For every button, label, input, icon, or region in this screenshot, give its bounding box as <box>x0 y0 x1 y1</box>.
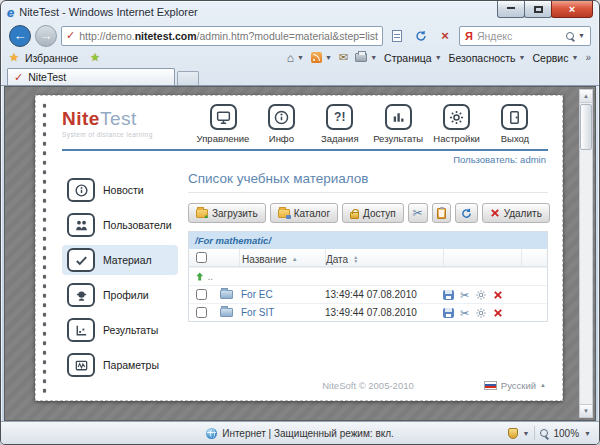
cut-icon[interactable]: ✂ <box>460 307 469 319</box>
material-link[interactable]: For SIT <box>241 307 274 318</box>
print-dropdown-icon: ▼ <box>370 54 377 61</box>
print-button[interactable]: ▼ <box>355 53 377 62</box>
delete-button[interactable]: Удалить <box>482 203 550 223</box>
vertical-scrollbar[interactable]: ▲ ▼ <box>579 89 593 418</box>
add-favorite-icon[interactable]: ★ <box>90 51 100 64</box>
forward-button[interactable]: → <box>35 25 57 47</box>
search-input[interactable]: Я Яндекс ▼ <box>459 26 591 46</box>
minimize-button[interactable] <box>497 1 525 18</box>
url-dropdown-icon[interactable]: ▼ <box>382 32 383 39</box>
paste-button[interactable] <box>432 203 451 223</box>
scissors-icon: ✂ <box>413 207 423 219</box>
nav-item-settings[interactable]: Настройки <box>428 104 486 144</box>
delete-x-icon[interactable] <box>493 290 503 300</box>
catalog-folder-icon <box>278 209 290 218</box>
sidebar-item-users[interactable]: Пользователи <box>62 210 178 240</box>
tab-nitetest[interactable]: ✓ NiteTest <box>7 68 175 85</box>
browser-window: e NiteTest - Windows Internet Explorer ×… <box>0 0 600 445</box>
delete-x-icon[interactable] <box>493 308 503 318</box>
page-menu[interactable]: Страница▼ <box>384 52 442 64</box>
close-icon: × <box>569 3 575 15</box>
refresh-button[interactable] <box>411 26 431 46</box>
sidebar-item-material[interactable]: Материал <box>62 245 178 275</box>
search-magnifier-icon[interactable] <box>566 32 574 40</box>
nav-item-results[interactable]: Результаты <box>369 104 427 144</box>
maximize-icon <box>534 6 543 13</box>
access-button[interactable]: Доступ <box>342 203 404 223</box>
back-button[interactable]: ← <box>9 25 31 47</box>
security-menu[interactable]: Безопасность▼ <box>449 52 526 64</box>
sidebar-item-parameters[interactable]: Параметры <box>62 350 178 380</box>
tab-label: NiteTest <box>28 71 66 83</box>
material-link[interactable]: For EC <box>241 289 273 300</box>
zoom-level-label[interactable]: 100% <box>553 428 579 439</box>
logo-brand-red: Nite <box>62 108 100 129</box>
scroll-down-icon[interactable]: ▼ <box>580 404 592 417</box>
sort-both-icon: ▲▼ <box>353 255 358 263</box>
maximize-button[interactable] <box>524 1 552 18</box>
sidebar-item-profiles[interactable]: Профили <box>62 280 178 310</box>
upload-button[interactable]: ▲ Загрузить <box>188 203 266 223</box>
service-menu-arrow-icon: ▼ <box>572 54 579 61</box>
minimize-icon <box>507 6 515 9</box>
page-viewport: NiteTest System of distance learning Упр… <box>4 86 596 421</box>
refresh-list-button[interactable] <box>455 203 478 223</box>
logo-tagline: System of distance learning <box>62 131 180 138</box>
sidebar-item-news[interactable]: Новости <box>62 175 178 205</box>
home-button[interactable]: ⌂▼ <box>287 51 304 65</box>
nav-item-info[interactable]: Инфо <box>252 104 310 144</box>
bar-chart-icon <box>390 109 407 126</box>
checkmark-icon <box>74 253 89 268</box>
tab-favicon-icon: ✓ <box>14 71 23 84</box>
nav-item-management[interactable]: Управление <box>194 104 252 144</box>
refresh-icon <box>460 207 473 220</box>
sidebar: Новости Пользователи Материал Профи <box>62 171 178 394</box>
results-chart-icon <box>74 323 89 338</box>
copyright-label: NiteSoft © 2005-2010 <box>322 380 414 391</box>
cut-icon[interactable]: ✂ <box>460 289 469 301</box>
scrollbar-thumb[interactable] <box>580 104 592 150</box>
catalog-button[interactable]: Каталог <box>270 203 338 223</box>
select-all-checkbox[interactable] <box>196 252 207 263</box>
feeds-button[interactable]: ▼ <box>311 52 332 63</box>
rss-icon <box>311 52 322 63</box>
security-menu-arrow-icon: ▼ <box>519 54 526 61</box>
scroll-up-icon[interactable]: ▲ <box>580 90 592 103</box>
close-button[interactable]: × <box>551 1 593 18</box>
search-dropdown-icon[interactable]: ▼ <box>578 32 585 39</box>
save-icon[interactable] <box>443 308 454 318</box>
current-path-label: /For mathematic/ <box>189 232 547 249</box>
row-checkbox[interactable] <box>196 289 207 300</box>
cut-button[interactable]: ✂ <box>408 203 428 223</box>
service-menu[interactable]: Сервис▼ <box>533 52 579 64</box>
compatibility-view-button[interactable] <box>387 26 407 46</box>
protected-mode-arrow-icon[interactable]: ▼ <box>523 430 530 437</box>
nav-item-tasks[interactable]: ?! Задания <box>311 104 369 144</box>
settings-gear-icon[interactable] <box>475 307 487 319</box>
column-header-name[interactable]: Название ▲ <box>239 249 325 266</box>
parent-folder-label[interactable]: .. <box>207 271 213 282</box>
info-icon <box>273 109 290 126</box>
column-header-date[interactable]: Дата ▲▼ <box>325 249 443 266</box>
sidebar-item-results[interactable]: Результаты <box>62 315 178 345</box>
favorites-label[interactable]: Избранное <box>25 52 78 64</box>
stop-button[interactable]: × <box>435 26 455 46</box>
protected-mode-icon[interactable] <box>508 428 518 439</box>
overflow-chevron-icon[interactable]: » <box>585 52 591 63</box>
new-tab-button[interactable] <box>177 71 199 85</box>
language-selector[interactable]: Русский ▲ <box>484 380 546 391</box>
zoom-magnifier-icon[interactable] <box>540 429 548 437</box>
users-icon <box>74 218 89 233</box>
row-checkbox[interactable] <box>196 307 207 318</box>
url-input[interactable]: ✓ http://demo.nitetest.com/admin.htm?mod… <box>61 26 383 46</box>
favorites-star-icon[interactable]: ★ <box>9 51 19 64</box>
settings-gear-icon[interactable] <box>475 289 487 301</box>
mail-button[interactable]: ✉ <box>339 51 348 64</box>
table-row: For SIT 13:49:44 07.08.2010 ✂ <box>189 303 547 321</box>
parent-folder-row[interactable]: .. <box>189 267 547 285</box>
language-arrow-icon: ▲ <box>540 382 546 388</box>
info-icon <box>74 183 89 198</box>
nav-item-exit[interactable]: Выход <box>486 104 544 144</box>
zoom-dropdown-icon[interactable]: ▼ <box>584 430 591 437</box>
save-icon[interactable] <box>443 290 454 300</box>
